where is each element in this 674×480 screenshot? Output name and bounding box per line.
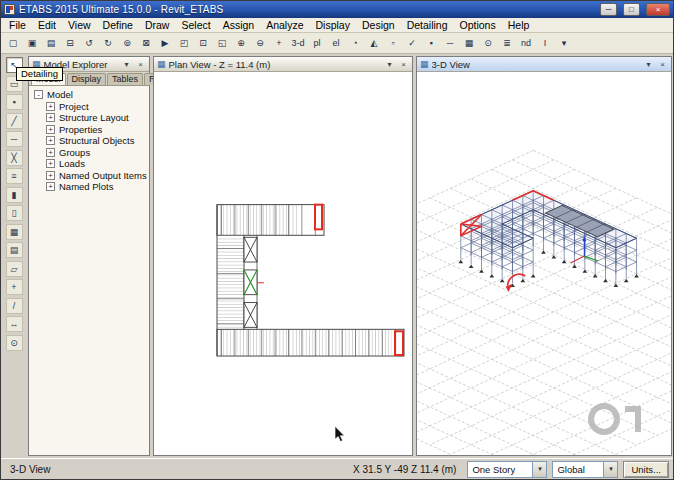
tree-item-named-plots[interactable]: + Named Plots xyxy=(29,181,149,193)
menu-detailing[interactable]: Detailing xyxy=(401,18,454,32)
restore-full-view-button[interactable]: ⊡ xyxy=(194,35,212,52)
tree-item-label: Named Plots xyxy=(59,181,113,192)
zoom-in-button[interactable]: ⊕ xyxy=(232,35,250,52)
draw-wall-button[interactable]: ▮ xyxy=(6,187,23,203)
draw-section-cut-button[interactable]: / xyxy=(6,298,23,314)
draw-frame-button[interactable]: ╱ xyxy=(6,113,23,129)
grid-options-button[interactable]: ≣ xyxy=(498,35,516,52)
open-model-button[interactable]: ▣ xyxy=(23,35,41,52)
expand-toggle-icon[interactable]: + xyxy=(46,125,55,134)
snap-to-grid-button[interactable]: ⊙ xyxy=(6,335,23,351)
print-button[interactable]: ⊟ xyxy=(61,35,79,52)
redo-button[interactable]: ↻ xyxy=(99,35,117,52)
three-d-view-header: ▦ 3-D View ▾ × xyxy=(417,57,671,72)
three-d-view-button[interactable]: 3-d xyxy=(289,35,307,52)
coordinate-system-dropdown[interactable]: Global ▾ xyxy=(552,461,618,478)
tree-item-loads[interactable]: + Loads xyxy=(29,158,149,170)
tree-root-model[interactable]: - Model xyxy=(29,89,149,101)
maximize-button[interactable]: □ xyxy=(623,3,640,16)
quick-draw-frame-button[interactable]: ─ xyxy=(6,131,23,147)
units-button[interactable]: Units... xyxy=(623,461,669,478)
undo-button[interactable]: ↺ xyxy=(80,35,98,52)
draw-floor-button[interactable]: ▦ xyxy=(6,224,23,240)
elevation-view-button[interactable]: el xyxy=(327,35,345,52)
expand-toggle-icon[interactable]: + xyxy=(46,102,55,111)
story-dropdown[interactable]: One Story ▾ xyxy=(467,461,547,478)
menu-assign[interactable]: Assign xyxy=(217,18,261,32)
tree-item-project[interactable]: + Project xyxy=(29,101,149,113)
quick-draw-wall-button[interactable]: ▯ xyxy=(6,205,23,221)
menu-draw[interactable]: Draw xyxy=(139,18,176,32)
menu-select[interactable]: Select xyxy=(175,18,216,32)
tab-tables[interactable]: Tables xyxy=(107,73,143,85)
draw-reference-point-button[interactable]: + xyxy=(6,279,23,295)
draw-dimension-button[interactable]: ↔ xyxy=(6,316,23,332)
three-d-view-canvas[interactable] xyxy=(417,72,671,455)
expand-toggle-icon[interactable]: + xyxy=(46,136,55,145)
tree-item-structure-layout[interactable]: + Structure Layout xyxy=(29,112,149,124)
close-button[interactable]: × xyxy=(646,3,670,16)
perspective-toggle-button[interactable]: ◭ xyxy=(365,35,383,52)
lock-model-button[interactable]: ⊠ xyxy=(137,35,155,52)
previous-zoom-button[interactable]: ◱ xyxy=(213,35,231,52)
expand-toggle-icon[interactable]: + xyxy=(46,113,55,122)
plan-view-canvas[interactable] xyxy=(154,72,412,455)
expand-toggle-icon[interactable]: + xyxy=(46,182,55,191)
draw-joint-button[interactable]: ▪ xyxy=(6,94,23,110)
new-model-button[interactable]: ▢ xyxy=(4,35,22,52)
display-options-button[interactable]: ✓ xyxy=(403,35,421,52)
plan-close-button[interactable]: × xyxy=(398,60,409,69)
expand-toggle-icon[interactable]: + xyxy=(46,159,55,168)
run-analysis-button[interactable]: ▶ xyxy=(156,35,174,52)
menu-analyze[interactable]: Analyze xyxy=(260,18,309,32)
workspace: ↖▭▪╱─╳≡▮▯▦▤▱+/↔⊙ ▦ Model Explorer ▾ × Mo… xyxy=(1,54,673,458)
expand-toggle-icon[interactable]: + xyxy=(46,148,55,157)
view-dropdown-button[interactable]: ▾ xyxy=(555,35,573,52)
section-designer-button[interactable]: I xyxy=(536,35,554,52)
menu-help[interactable]: Help xyxy=(502,18,536,32)
collapse-toggle-icon[interactable]: - xyxy=(34,90,43,99)
chevron-down-icon[interactable]: ▾ xyxy=(603,462,617,477)
plan-view-title: Plan View - Z = 11.4 (m) xyxy=(169,59,381,70)
explorer-menu-button[interactable]: ▾ xyxy=(121,60,132,69)
rubber-band-zoom-button[interactable]: ◰ xyxy=(175,35,193,52)
snap-options-button[interactable]: ⊙ xyxy=(479,35,497,52)
save-model-button[interactable]: ▤ xyxy=(42,35,60,52)
draw-null-area-button[interactable]: ▱ xyxy=(6,261,23,277)
nd-display-button[interactable]: nd xyxy=(517,35,535,52)
quick-draw-braces-button[interactable]: ╳ xyxy=(6,150,23,166)
menu-file[interactable]: File xyxy=(3,18,32,32)
explorer-close-button[interactable]: × xyxy=(135,60,146,69)
quick-draw-floor-button[interactable]: ▤ xyxy=(6,242,23,258)
chevron-down-icon[interactable]: ▾ xyxy=(532,462,546,477)
tree-item-label: Named Output Items xyxy=(59,170,147,181)
plan-menu-button[interactable]: ▾ xyxy=(384,60,395,69)
menu-define[interactable]: Define xyxy=(97,18,139,32)
minimize-button[interactable]: ─ xyxy=(600,3,617,16)
pan-button[interactable]: + xyxy=(270,35,288,52)
menu-display[interactable]: Display xyxy=(310,18,356,32)
zoom-out-button[interactable]: ⊖ xyxy=(251,35,269,52)
tree-item-properties[interactable]: + Properties xyxy=(29,124,149,136)
assign-joint-button[interactable]: ▪ xyxy=(422,35,440,52)
assign-frame-button[interactable]: ─ xyxy=(441,35,459,52)
detailing-tooltip: Detailing xyxy=(16,67,63,81)
tree-item-groups[interactable]: + Groups xyxy=(29,147,149,159)
menu-options[interactable]: Options xyxy=(454,18,502,32)
three-d-close-button[interactable]: × xyxy=(657,60,668,69)
assign-shell-button[interactable]: ▦ xyxy=(460,35,478,52)
tree-item-structural-objects[interactable]: + Structural Objects xyxy=(29,135,149,147)
three-d-menu-button[interactable]: ▾ xyxy=(643,60,654,69)
menu-view[interactable]: View xyxy=(62,18,97,32)
tab-display[interactable]: Display xyxy=(67,73,107,85)
refresh-window-button[interactable]: ⊚ xyxy=(118,35,136,52)
quick-draw-secondary-beams-button[interactable]: ≡ xyxy=(6,168,23,184)
model-explorer-panel: ▦ Model Explorer ▾ × ModelDisplayTablesR… xyxy=(28,56,150,456)
menu-edit[interactable]: Edit xyxy=(32,18,62,32)
rotate-view-button[interactable]: ◔ xyxy=(346,35,364,52)
plan-view-button[interactable]: pl xyxy=(308,35,326,52)
shrink-objects-button[interactable]: ▫ xyxy=(384,35,402,52)
expand-toggle-icon[interactable]: + xyxy=(46,171,55,180)
menu-design[interactable]: Design xyxy=(356,18,401,32)
tree-item-named-output-items[interactable]: + Named Output Items xyxy=(29,170,149,182)
